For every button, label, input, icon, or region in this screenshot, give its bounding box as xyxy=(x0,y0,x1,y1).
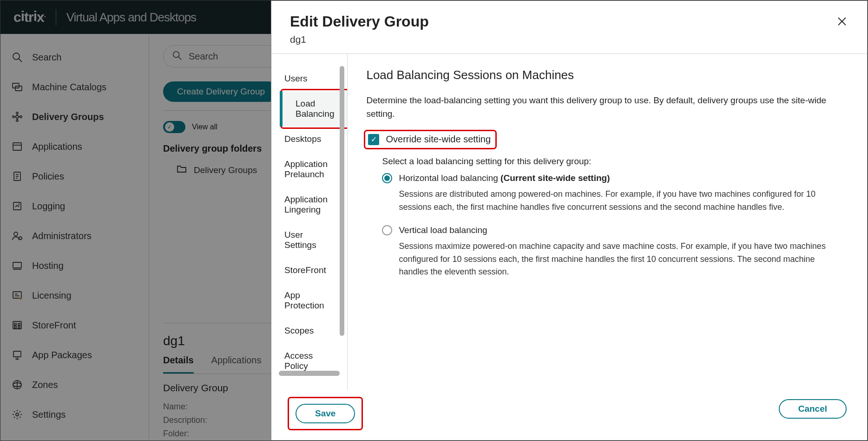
override-label: Override site-wide setting xyxy=(386,134,491,145)
save-button[interactable]: Save xyxy=(296,404,355,423)
modal-nav-app-lingering[interactable]: Application Lingering xyxy=(271,187,347,222)
content-intro: Determine the load-balancing setting you… xyxy=(366,94,846,121)
radio-horizontal-desc: Sessions are distributed among powered-o… xyxy=(399,188,846,214)
app-root: citrix. Virtual Apps and Desktops Search… xyxy=(0,0,868,441)
close-icon[interactable] xyxy=(834,13,850,32)
modal-nav-load-balancing[interactable]: Load Balancing xyxy=(283,91,347,127)
modal-nav-users[interactable]: Users xyxy=(271,66,347,91)
radio-vertical-desc: Sessions maximize powered-on machine cap… xyxy=(399,240,846,279)
radio-horizontal-row[interactable]: Horizontal load balancing (Current site-… xyxy=(382,173,846,183)
override-checkbox[interactable]: ✓ xyxy=(368,134,379,145)
radio-vertical[interactable] xyxy=(382,225,392,235)
modal-nav-app-prelaunch[interactable]: Application Prelaunch xyxy=(271,152,347,187)
edit-delivery-group-modal: Edit Delivery Group dg1 Users Load Balan… xyxy=(271,0,868,441)
modal-body: Users Load Balancing Desktops Applicatio… xyxy=(271,54,867,390)
highlight-load-balancing: Load Balancing xyxy=(283,91,347,127)
modal-subtitle: dg1 xyxy=(290,34,429,45)
radio-horizontal-suffix: (Current site-wide setting) xyxy=(498,173,610,183)
modal-content: Load Balancing Sessions on Machines Dete… xyxy=(348,54,867,390)
select-hint: Select a load balancing setting for this… xyxy=(382,156,846,167)
modal-nav: Users Load Balancing Desktops Applicatio… xyxy=(271,54,348,390)
modal-nav-scopes[interactable]: Scopes xyxy=(271,318,347,343)
highlight-save: Save xyxy=(290,399,361,428)
radio-vertical-label: Vertical load balancing xyxy=(399,225,487,235)
radio-vertical-row[interactable]: Vertical load balancing xyxy=(382,225,846,235)
radio-horizontal-label: Horizontal load balancing xyxy=(399,173,498,183)
modal-nav-storefront[interactable]: StoreFront xyxy=(271,258,347,283)
modal-nav-access-policy[interactable]: Access Policy xyxy=(271,343,347,371)
content-heading: Load Balancing Sessions on Machines xyxy=(366,68,846,82)
modal-nav-scrollbar[interactable] xyxy=(340,66,344,336)
modal-nav-desktops[interactable]: Desktops xyxy=(271,127,347,152)
modal-nav-app-protection[interactable]: App Protection xyxy=(271,283,347,318)
modal-title: Edit Delivery Group xyxy=(290,13,429,30)
cancel-button[interactable]: Cancel xyxy=(779,399,847,419)
modal-nav-hscrollbar[interactable] xyxy=(279,371,340,376)
radio-horizontal[interactable] xyxy=(382,173,392,183)
modal-nav-user-settings[interactable]: User Settings xyxy=(271,222,347,258)
modal-header: Edit Delivery Group dg1 xyxy=(271,1,867,54)
highlight-override: ✓ Override site-wide setting xyxy=(366,132,494,147)
modal-footer: Save Cancel xyxy=(271,390,867,440)
